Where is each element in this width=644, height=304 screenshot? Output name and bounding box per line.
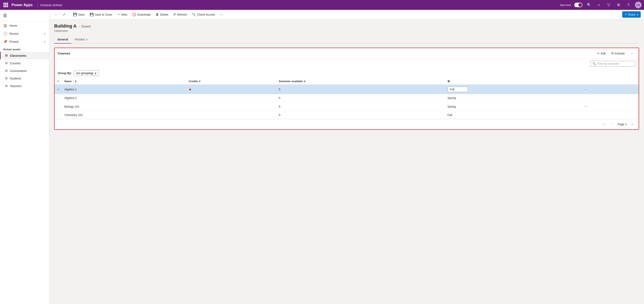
avatar[interactable]: CS (635, 2, 642, 8)
row-check-cell-3[interactable] (54, 102, 62, 111)
sidebar-item-home[interactable]: 🏠 Home (0, 22, 49, 30)
row-arrow-cell-3[interactable]: → (580, 102, 639, 111)
page-next-button[interactable]: → (628, 121, 636, 127)
sidebar-item-pinned[interactable]: 📌 Pinned ∨ (0, 38, 49, 46)
table-row[interactable]: Chemistry 101 5 Fall (54, 111, 639, 119)
sidebar-item-students[interactable]: ⚙ Students (0, 75, 49, 82)
row-semester-cell-4: Fall (445, 111, 580, 119)
filter-icon[interactable]: ▽ (606, 2, 612, 8)
filter-input[interactable] (597, 62, 633, 65)
header-name[interactable]: Name ↑ ∨ (62, 78, 186, 85)
content-area: ← ⤢ 💾 Save 💾 Save & Close ＋ New 🚫 Deacti… (49, 10, 644, 304)
delete-button[interactable]: 🗑 Delete (154, 12, 170, 18)
back-button[interactable]: ← (52, 12, 60, 18)
sidebar-item-coursewares[interactable]: ⚙ Coursewares (0, 67, 49, 75)
courses-section-card: Courses ✏ Edit ⧉ Activate ⋯ (54, 48, 639, 130)
credits-value-3: 5 (279, 105, 280, 108)
sidebar-item-teachers[interactable]: ⚙ Teachers (0, 82, 49, 90)
table-row[interactable]: Algebra 2 5 Spring (54, 94, 639, 102)
top-nav: Power Apps Contoso School New look 🔍 ＋ ▽… (0, 0, 644, 10)
share-button[interactable]: ↗ Share ∨ (622, 11, 641, 18)
save-label: Save (78, 13, 85, 16)
restore-button[interactable]: ⤢ (61, 11, 68, 18)
tab-general[interactable]: General (54, 36, 71, 44)
header-credits[interactable]: Credits ∨ (186, 78, 276, 85)
sidebar-teachers-label: Teachers (10, 84, 22, 88)
row-navigate-button-1[interactable]: → (582, 87, 588, 92)
add-icon[interactable]: ＋ (596, 2, 602, 8)
restore-icon: ⤢ (63, 13, 66, 17)
credits-value-4: 5 (279, 113, 280, 117)
refresh-button[interactable]: ↺ Refresh (171, 11, 189, 18)
page-prev-button[interactable]: ← (609, 121, 616, 127)
row-credits-cell-2: 5 (276, 94, 445, 102)
new-label: New (122, 13, 127, 16)
students-icon: ⚙ (5, 76, 8, 80)
record-subtitle: Classroom (54, 29, 639, 33)
sidebar-courses-label: Courses (10, 62, 20, 65)
save-close-button[interactable]: 💾 Save & Close (88, 11, 114, 18)
header-semester[interactable]: Semester available ∨ (276, 78, 445, 85)
row-star-cell-3 (186, 102, 276, 111)
sidebar-item-courses[interactable]: ⚙ Courses (0, 59, 49, 67)
row-check-cell[interactable]: ✓ (54, 85, 62, 94)
section-more-button[interactable]: ⋯ (628, 51, 636, 56)
recent-icon: 🕐 (3, 32, 8, 36)
new-button[interactable]: ＋ New (115, 11, 129, 18)
hamburger-icon[interactable]: ☰ (2, 12, 46, 20)
related-chevron-icon: ∨ (86, 38, 88, 41)
table-row[interactable]: Biology 101 5 Spring → (54, 102, 639, 111)
waffle-menu[interactable] (2, 2, 9, 8)
tab-general-label: General (58, 38, 68, 41)
courses-icon: ⚙ (5, 61, 8, 65)
filter-search-icon: 🔍 (592, 62, 596, 65)
group-by-select[interactable]: (no grouping) ∨ (74, 70, 99, 76)
row-check-cell-2[interactable] (54, 94, 62, 102)
credits-value-1: 5 (279, 88, 280, 91)
search-icon[interactable]: 🔍 (586, 2, 592, 8)
row-arrow-cell-1[interactable]: → (580, 85, 639, 94)
section-edit-button[interactable]: ✏ Edit (595, 51, 608, 56)
table-row[interactable]: ✓ Algebra 1 ★ 5 (54, 85, 639, 94)
deactivate-button[interactable]: 🚫 Deactivate (130, 11, 153, 18)
check-access-button[interactable]: 🔍 Check Access (190, 11, 217, 18)
check-access-icon: 🔍 (192, 13, 196, 17)
row-arrow-cell-2 (580, 94, 639, 102)
sidebar-item-classrooms[interactable]: ⚙ Classrooms (0, 52, 49, 59)
section-activate-button[interactable]: ⧉ Activate (609, 51, 627, 56)
deactivate-label: Deactivate (137, 13, 151, 16)
row-star-cell-2 (186, 94, 276, 102)
row-name-algebra1: Algebra 1 (64, 88, 77, 91)
row-arrow-cell-4 (580, 111, 639, 119)
help-icon[interactable]: ？ (625, 2, 632, 8)
row-navigate-button-3[interactable]: → (582, 104, 588, 109)
column-settings-icon[interactable]: ⊞ (448, 80, 450, 83)
settings-icon[interactable]: ⚙ (615, 2, 622, 8)
main-layout: ☰ 🏠 Home 🕐 Recent ∨ 📌 Pinned ∨ School as… (0, 10, 644, 304)
refresh-label: Refresh (177, 13, 187, 16)
header-actions: ⊞ (445, 78, 580, 85)
row-check-cell-4[interactable] (54, 111, 62, 119)
row-name-chemistry: Chemistry 101 (64, 113, 83, 117)
name-sort-asc-icon: ↑ (72, 80, 74, 83)
page-content: Building A - Saved Classroom General Rel… (49, 19, 644, 304)
deactivate-icon: 🚫 (132, 13, 136, 17)
new-look-toggle[interactable] (574, 3, 582, 7)
semester-input-1[interactable]: Fall (448, 87, 468, 92)
sidebar-section-label: School assets (0, 46, 49, 52)
tab-related[interactable]: Related ∨ (71, 36, 91, 44)
row-credits-cell-4: 5 (276, 111, 445, 119)
row-semester-cell-1[interactable]: Fall (445, 85, 580, 94)
teachers-icon: ⚙ (5, 84, 8, 88)
toolbar-divider-1 (69, 12, 69, 17)
save-button[interactable]: 💾 Save (71, 11, 87, 18)
sidebar-pinned-label: Pinned (10, 40, 18, 43)
sidebar-item-recent[interactable]: 🕐 Recent ∨ (0, 30, 49, 38)
credits-value-2: 5 (279, 96, 280, 100)
row-name-cell-3: Biology 101 (62, 102, 186, 111)
header-check[interactable]: ✓ (54, 78, 62, 85)
page-first-button[interactable]: ⇐ (601, 121, 608, 127)
waffle-icon (4, 3, 8, 7)
row-name-cell: Algebra 1 (62, 85, 186, 94)
more-options-button[interactable]: ⋯ (218, 11, 225, 18)
